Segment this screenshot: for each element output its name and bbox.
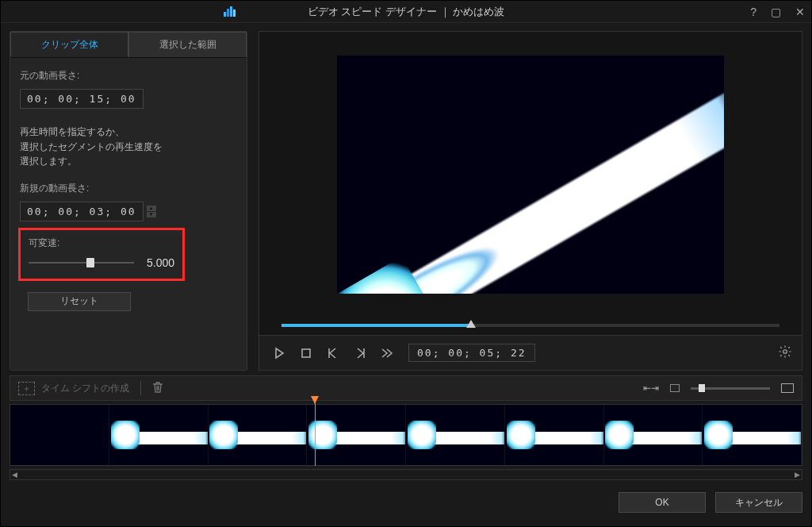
delete-icon[interactable] bbox=[152, 381, 163, 396]
svg-point-1 bbox=[783, 350, 787, 354]
snap-icon[interactable]: ⇤⇥ bbox=[643, 383, 659, 394]
tab-entire-clip[interactable]: クリップ全体 bbox=[10, 32, 128, 57]
help-icon[interactable]: ? bbox=[747, 6, 760, 18]
window-title: ビデオ スピード デザイナー ｜ かめはめ波 bbox=[308, 5, 504, 19]
zoom-slider[interactable] bbox=[691, 387, 770, 390]
main-area: クリップ全体 選択した範囲 元の動画長さ: 00; 00; 15; 00 再生時… bbox=[1, 23, 811, 371]
scroll-left-icon[interactable]: ◀ bbox=[12, 471, 17, 479]
spinner-up-icon[interactable]: ▲ bbox=[147, 206, 156, 211]
speed-value: 5.000 bbox=[147, 256, 174, 269]
new-length-input[interactable]: 00; 00; 03; 00 bbox=[20, 202, 144, 221]
footer: OK キャンセル bbox=[10, 485, 802, 520]
preview-box bbox=[259, 31, 802, 336]
preview-image bbox=[337, 56, 724, 294]
zoom-out-icon[interactable] bbox=[670, 384, 680, 392]
tab-row: クリップ全体 選択した範囲 bbox=[10, 32, 247, 58]
timeline-thumb[interactable] bbox=[109, 405, 209, 465]
speed-highlight: 可変速: 5.000 bbox=[18, 228, 185, 281]
timeline-thumb[interactable] bbox=[307, 405, 406, 465]
app-icon bbox=[224, 6, 236, 17]
create-timeshift-label: タイム シフトの作成 bbox=[41, 382, 129, 395]
settings-icon[interactable] bbox=[778, 344, 792, 361]
new-length-spinner[interactable]: ▲ ▼ bbox=[147, 206, 156, 217]
timeline-thumb[interactable] bbox=[703, 405, 802, 465]
close-icon[interactable]: ✕ bbox=[792, 6, 808, 18]
next-frame-button[interactable] bbox=[350, 343, 370, 364]
separator bbox=[140, 381, 141, 395]
timeline-thumb[interactable] bbox=[406, 405, 505, 465]
zoom-slider-handle[interactable] bbox=[699, 384, 705, 392]
progress-handle-icon[interactable] bbox=[466, 320, 476, 329]
fast-forward-button[interactable] bbox=[377, 343, 397, 364]
original-length-label: 元の動画長さ: bbox=[20, 69, 237, 83]
window: ビデオ スピード デザイナー ｜ かめはめ波 ? ▢ ✕ クリップ全体 選択した… bbox=[0, 0, 812, 527]
cancel-button[interactable]: キャンセル bbox=[715, 492, 802, 513]
scroll-right-icon[interactable]: ▶ bbox=[795, 471, 800, 479]
prev-frame-button[interactable] bbox=[323, 343, 343, 364]
titlebar: ビデオ スピード デザイナー ｜ かめはめ波 ? ▢ ✕ bbox=[1, 1, 811, 23]
timeline-thumb[interactable] bbox=[604, 405, 703, 465]
playhead[interactable] bbox=[315, 398, 316, 466]
playback-controls: 00; 00; 05; 22 bbox=[259, 336, 802, 371]
stop-button[interactable] bbox=[296, 343, 316, 364]
maximize-icon[interactable]: ▢ bbox=[768, 6, 784, 18]
instruction-text: 再生時間を指定するか、 選択したセグメントの再生速度を 選択します。 bbox=[20, 125, 237, 169]
ok-button[interactable]: OK bbox=[619, 492, 706, 513]
timeline-thumb[interactable] bbox=[209, 405, 308, 465]
speed-slider-handle[interactable] bbox=[86, 258, 94, 267]
timeline-thumb[interactable] bbox=[505, 405, 604, 465]
speed-label: 可変速: bbox=[29, 237, 174, 250]
reset-button[interactable]: リセット bbox=[28, 292, 131, 311]
svg-rect-0 bbox=[302, 349, 310, 357]
thumbnail-strip[interactable] bbox=[10, 404, 802, 466]
preview-progress[interactable] bbox=[282, 324, 779, 327]
preview-panel: 00; 00; 05; 22 bbox=[259, 31, 802, 371]
tab-selected-range[interactable]: 選択した範囲 bbox=[128, 32, 247, 57]
play-button[interactable] bbox=[269, 343, 289, 364]
add-icon: ＋ bbox=[18, 382, 35, 395]
horizontal-scrollbar[interactable]: ◀ ▶ bbox=[10, 469, 802, 480]
speed-slider[interactable] bbox=[29, 262, 134, 264]
original-length-value: 00; 00; 15; 00 bbox=[20, 89, 144, 109]
spinner-down-icon[interactable]: ▼ bbox=[147, 212, 156, 217]
fit-icon[interactable] bbox=[781, 383, 794, 393]
playback-time[interactable]: 00; 00; 05; 22 bbox=[408, 344, 535, 362]
timeline-toolbar: ＋ タイム シフトの作成 ⇤⇥ bbox=[10, 375, 802, 401]
settings-panel: クリップ全体 選択した範囲 元の動画長さ: 00; 00; 15; 00 再生時… bbox=[10, 31, 247, 371]
timeline-thumb[interactable] bbox=[10, 405, 109, 465]
create-timeshift-button[interactable]: ＋ タイム シフトの作成 bbox=[18, 382, 129, 395]
new-length-label: 新規の動画長さ: bbox=[20, 182, 237, 195]
timeline bbox=[10, 404, 802, 466]
